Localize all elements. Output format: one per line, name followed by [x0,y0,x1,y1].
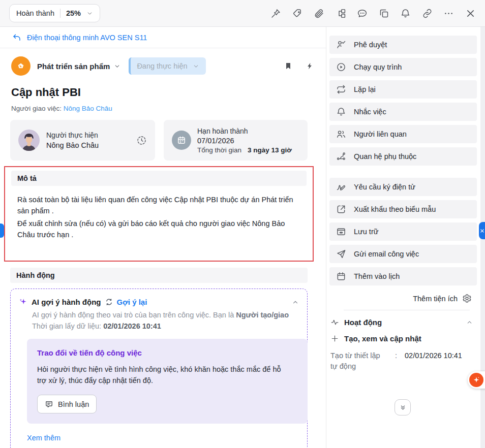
refresh-icon[interactable] [105,298,113,306]
activity-collapse-icon[interactable] [466,319,473,326]
project-status-row: Phát triển sản phẩm Đang thực hiện [0,48,326,76]
comment-button[interactable]: Bình luận [37,395,97,413]
deadline-date: 07/01/2026 [197,137,292,145]
ai-time-value: 02/01/2026 10:41 [103,322,161,330]
related-people-icon [336,129,346,139]
sidebar-item-dependency[interactable]: Quan hệ phụ thuộc [329,147,477,166]
description-line-2: Để xuất chỉnh sửa (nếu có) và gửi báo cá… [17,218,299,240]
sidebar-item-label: Lưu trữ [354,228,378,236]
ai-fab-circle [469,373,483,387]
activity-icon [330,318,339,327]
sidebar-item-label: Nhắc việc [354,108,386,116]
description-line-1: Rà soát toàn bộ tài liệu liên quan đến c… [17,194,299,216]
description-text[interactable]: Rà soát toàn bộ tài liệu liên quan đến c… [11,186,307,240]
sidebar-item-repeat[interactable]: Lặp lại [329,80,477,99]
sidebar-item-reminder[interactable]: Nhắc việc [329,103,477,121]
deadline-card[interactable]: Hạn hoàn thành 07/01/2026 Tổng thời gian… [164,120,308,161]
sidebar-item-label: Chạy quy trình [354,63,402,71]
close-panel-icon [480,229,484,233]
progress-value: 25% [66,9,81,17]
comment-icon[interactable] [357,8,368,19]
tag-icon[interactable] [292,8,303,19]
close-icon[interactable] [465,8,476,19]
ai-assistant-fab[interactable] [468,371,485,389]
sidebar-item-label: Gửi email công việc [354,250,419,258]
scroll-down-button[interactable] [395,399,411,415]
assigner-link[interactable]: Nông Bảo Châu [64,105,112,112]
sidebar-item-export-template[interactable]: Xuất khẩu theo biểu mẫu [329,200,477,218]
total-time-value: 3 ngày 13 giờ [248,146,292,154]
approve-icon [336,40,346,50]
deadline-label: Hạn hoàn thành [197,127,292,135]
subtasks-icon[interactable] [335,8,346,19]
copy-icon[interactable] [378,8,389,19]
project-name[interactable]: Phát triển sản phẩm [37,62,110,71]
sidebar-item-archive[interactable]: Lưu trữ [329,222,477,241]
assigner-line: Người giao việc: Nông Bảo Châu [0,99,326,112]
archive-icon [336,227,346,237]
ai-role: Người tạo/giao [236,311,289,319]
add-widget-label: Thêm tiện ích [413,295,458,303]
sidebar-item-related-people[interactable]: Người liên quan [329,125,477,143]
pill-divider [60,9,60,18]
time-log-icon[interactable] [136,135,147,146]
bookmark-icon[interactable] [284,62,292,70]
ai-title: AI gợi ý hành động [32,298,101,306]
comment-bubble-icon [45,400,53,408]
right-panel-handle[interactable] [479,222,485,239]
ai-subtitle-text: AI gợi ý hành động theo vai trò của bạn … [32,311,236,319]
plus-icon [330,334,339,343]
sidebar-item-esignature[interactable]: Yêu cầu ký điện tử [329,178,477,196]
bell-icon[interactable] [400,8,411,19]
reminder-icon [336,107,346,117]
activity-row-label: Tạo từ thiết lập tự động [330,350,387,372]
left-panel-handle[interactable] [0,223,4,238]
ai-time-label: Thời gian lấy dữ liệu: [32,322,103,330]
actions-header: Hành động [10,268,308,283]
description-annotation-box: Mô tả Rà soát toàn bộ tài liệu liên quan… [4,166,314,262]
task-main-panel: Điện thoại thông minh AVO SEN S11 Phát t… [0,27,326,448]
export-template-icon [336,204,346,214]
see-more-link[interactable]: Xem thêm [27,434,299,442]
lightning-icon[interactable] [306,62,314,70]
breadcrumb[interactable]: Điện thoại thông minh AVO SEN S11 [0,27,326,48]
activity-detail-row: Tạo từ thiết lập tự động : 02/01/2026 10… [329,343,477,372]
sidebar-item-approve[interactable]: Phê duyệt [329,36,477,54]
activity-subtitle: Tạo, xem và cập nhật [344,334,421,343]
sidebar-item-add-to-calendar[interactable]: Thêm vào lịch [329,267,477,285]
activity-create-row[interactable]: Tạo, xem và cập nhật [329,327,477,343]
avatar [18,130,40,151]
attachment-icon[interactable] [314,8,325,19]
add-to-calendar-icon [336,271,346,281]
sidebar-item-run-process[interactable]: Chạy quy trình [329,58,477,76]
link-icon[interactable] [421,8,433,19]
run-process-icon [336,62,346,72]
calendar-circle-icon [172,131,191,150]
toolbar-icon-group [270,8,476,19]
suggestion-title[interactable]: Trao đổi về tiến độ công việc [37,348,297,357]
gear-icon [462,294,472,303]
sidebar-item-label: Lặp lại [354,85,376,93]
more-icon[interactable] [443,8,454,19]
assigner-label: Người giao việc: [11,105,62,112]
status-label: Đang thực hiện [137,62,187,70]
pin-icon[interactable] [270,8,282,19]
sidebar-item-send-email[interactable]: Gửi email công việc [329,245,477,263]
description-header: Mô tả [11,171,307,186]
regenerate-link[interactable]: Gợi ý lại [117,298,147,306]
activity-section-header[interactable]: Hoạt động [329,310,477,327]
total-time-label: Tổng thời gian [197,146,241,154]
add-widget-button[interactable]: Thêm tiện ích [329,290,477,310]
project-chevron-icon[interactable] [114,63,120,70]
collapse-chevron-up-icon[interactable] [292,299,299,306]
sidebar-item-label: Yêu cầu ký điện tử [354,183,415,191]
sidebar-group-gap [329,170,477,178]
suggestion-body: Hỏi người thực hiện về tình hình công vi… [37,364,291,386]
e-signature-icon [336,182,346,192]
widgets-sidebar: Phê duyệt Chạy quy trình Lặp lại Nhắc vi… [327,27,480,448]
status-dropdown[interactable]: Đang thực hiện [129,57,205,75]
complete-progress-button[interactable]: Hoàn thành 25% [9,4,100,22]
assignee-card[interactable]: Người thực hiện Nông Bảo Châu [10,120,155,161]
back-arrow-icon [12,33,21,42]
sparkle-icon [472,376,480,384]
